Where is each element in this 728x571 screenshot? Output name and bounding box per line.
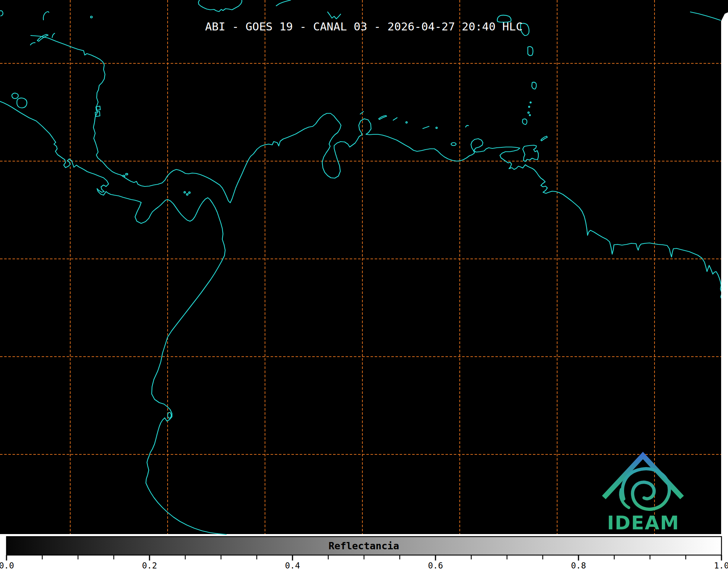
colorbar-tick-label: 0.4	[285, 561, 300, 570]
map-background	[0, 0, 728, 534]
colorbar-tick-label: 0.2	[142, 561, 157, 570]
satellite-image-figure: ABI - GOES 19 - CANAL 03 - 2026-04-27 20…	[0, 0, 728, 571]
figure-canvas: ABI - GOES 19 - CANAL 03 - 2026-04-27 20…	[0, 0, 728, 571]
colorbar-label: Reflectancia	[328, 540, 399, 551]
figure-title: ABI - GOES 19 - CANAL 03 - 2026-04-27 20…	[205, 20, 522, 33]
colorbar-tick-label: 1.0	[714, 561, 728, 570]
nodata-strip	[721, 12, 728, 534]
colorbar-tick-label: 0.0	[0, 561, 14, 570]
logo-text: IDEAM	[607, 512, 679, 534]
colorbar-tick-label: 0.8	[571, 561, 586, 570]
colorbar-tick-label: 0.6	[428, 561, 443, 570]
